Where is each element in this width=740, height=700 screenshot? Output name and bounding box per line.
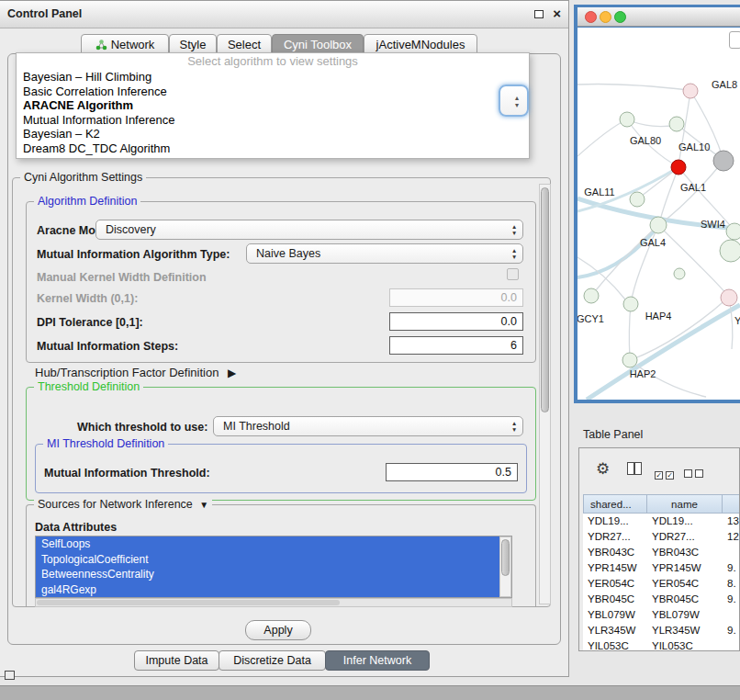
network-edge[interactable] [658, 225, 728, 296]
tab-discretize-data[interactable]: Discretize Data [219, 650, 326, 671]
table-cell: YPR145W [647, 560, 723, 576]
kernel-width-label: Kernel Width (0,1): [37, 292, 138, 305]
combo-arrows-icon: ▴▾ [512, 421, 516, 433]
algorithm-combo-box[interactable]: ▴▾ [499, 85, 529, 117]
manual-kernel-width-checkbox[interactable] [507, 268, 519, 280]
table-cell: YIL053C [647, 638, 723, 651]
network-edge[interactable] [577, 120, 625, 156]
column-header-shared-name[interactable]: shared... [583, 494, 647, 514]
manual-kernel-width-label: Manual Kernel Width Definition [37, 271, 207, 284]
list-item[interactable]: gal4RGexp [36, 582, 499, 598]
table-row[interactable]: YBL079W YBL079W [583, 607, 740, 623]
table-row[interactable]: YIL053C YIL053C [583, 638, 740, 651]
mi-threshold-field[interactable] [386, 463, 518, 481]
combo-arrows-icon: ▴▾ [512, 224, 516, 236]
close-traffic-button[interactable] [585, 11, 597, 23]
zoom-traffic-button[interactable] [614, 11, 626, 23]
settings-scrollbar-thumb[interactable] [541, 187, 549, 412]
checked-box-icon: ✓ [666, 471, 674, 480]
tab-style[interactable]: Style [169, 34, 217, 54]
dock-panel-icon[interactable] [5, 671, 15, 680]
table-cell: YDR27... [583, 529, 647, 545]
combo-value: Naive Bayes [256, 247, 320, 260]
list-scrollbar[interactable] [499, 536, 511, 597]
tab-impute-data[interactable]: Impute Data [134, 650, 219, 671]
network-node-hub[interactable] [713, 151, 734, 171]
network-overview-toggle[interactable] [729, 31, 740, 49]
network-edge[interactable] [633, 298, 728, 359]
column-header-cut[interactable] [723, 494, 740, 514]
dropdown-placeholder: Select algorithm to view settings [17, 53, 529, 70]
network-node[interactable] [720, 240, 740, 262]
apply-button[interactable]: Apply [245, 620, 311, 640]
dropdown-item-selected[interactable]: ARACNE Algorithm [17, 98, 529, 113]
table-row[interactable]: YPR145W YPR145W 9. [583, 560, 740, 576]
network-edge[interactable] [577, 226, 658, 277]
network-window-titlebar [577, 7, 740, 27]
aracne-mode-combo[interactable]: Discovery ▴▾ [95, 220, 523, 240]
mi-steps-field[interactable] [389, 336, 523, 355]
gear-icon[interactable]: ⚙ [596, 459, 610, 479]
select-all-icon[interactable]: ✓✓ [655, 465, 677, 481]
tab-label: Style [180, 38, 207, 51]
tab-network[interactable]: Network [81, 34, 169, 54]
tab-select[interactable]: Select [217, 34, 272, 54]
table-cell [723, 607, 740, 623]
tab-jactivemnodules[interactable]: jActiveMNodules [364, 34, 477, 54]
network-edge[interactable] [629, 304, 631, 359]
table-row[interactable]: YBR045C YBR045C 9. [583, 592, 740, 607]
columns-icon[interactable] [627, 462, 642, 475]
network-node-highlighted[interactable] [671, 160, 686, 175]
dpi-tolerance-field[interactable] [389, 312, 523, 331]
network-node[interactable] [620, 112, 634, 127]
dropdown-item[interactable]: Dream8 DC_TDC Algorithm [17, 141, 529, 156]
kernel-width-field[interactable] [389, 288, 523, 307]
group-title: MI Threshold Definition [43, 437, 168, 450]
table-cell: YDL19... [647, 514, 723, 529]
float-window-icon[interactable] [534, 10, 544, 18]
list-item[interactable]: BetweennessCentrality [36, 567, 499, 582]
table-row[interactable]: YDR27... YDR27... 12 [583, 529, 740, 545]
network-edge[interactable] [577, 84, 689, 90]
table-row[interactable]: YDL19... YDL19... 13 [583, 514, 740, 529]
table-row[interactable]: YER054C YER054C 8. [583, 576, 740, 592]
table-cell: YLR345W [583, 623, 647, 638]
hub-section-toggle[interactable]: Hub/Transcription Factor Definition ▶ [35, 366, 236, 379]
network-node[interactable] [622, 353, 637, 367]
network-node[interactable] [669, 117, 684, 131]
settings-scrollbar[interactable] [539, 184, 551, 604]
close-icon[interactable]: × [553, 6, 561, 21]
dropdown-item[interactable]: Bayesian – Hill Climbing [17, 70, 529, 85]
tab-infer-network[interactable]: Infer Network [325, 650, 430, 671]
dropdown-item[interactable]: Basic Correlation Inference [17, 85, 529, 99]
list-hscrollbar-thumb[interactable] [37, 600, 340, 605]
minimize-traffic-button[interactable] [600, 11, 611, 23]
network-node[interactable] [674, 268, 685, 279]
network-canvas[interactable]: GAL80 GAL10 GAL11 GAL1 GAL4 SWI4 GCY1 HA… [577, 28, 740, 400]
dropdown-item[interactable]: Bayesian – K2 [17, 127, 529, 141]
unchecked-box-icon [695, 469, 703, 478]
sources-group-title[interactable]: Sources for Network Inference ▼ [34, 498, 212, 511]
table-row[interactable]: YLR345W YLR345W 9. [583, 623, 740, 638]
network-node-label: GAL10 [678, 141, 710, 152]
column-header-name[interactable]: name [647, 494, 723, 514]
combo-value: MI Threshold [223, 420, 290, 433]
list-scrollbar-thumb[interactable] [501, 539, 510, 576]
network-tab-icon [95, 39, 107, 51]
list-item[interactable]: SelfLoops [36, 536, 499, 552]
list-item[interactable]: TopologicalCoefficient [36, 552, 499, 568]
mi-algorithm-type-combo[interactable]: Naive Bayes ▴▾ [246, 243, 523, 264]
deselect-all-icon[interactable] [684, 465, 706, 481]
network-node[interactable] [623, 297, 638, 311]
dropdown-item[interactable]: Mutual Information Inference [17, 113, 529, 128]
network-node[interactable] [584, 288, 599, 303]
network-node[interactable] [630, 192, 645, 207]
network-node[interactable] [721, 289, 737, 306]
list-hscrollbar[interactable] [35, 598, 512, 607]
network-node[interactable] [683, 84, 698, 98]
tab-cyni-toolbox[interactable]: Cyni Toolbox [272, 34, 364, 54]
network-node[interactable] [650, 217, 667, 233]
table-row[interactable]: YBR043C YBR043C [583, 545, 740, 560]
which-threshold-combo[interactable]: MI Threshold ▴▾ [213, 416, 523, 436]
network-node[interactable] [726, 223, 740, 240]
